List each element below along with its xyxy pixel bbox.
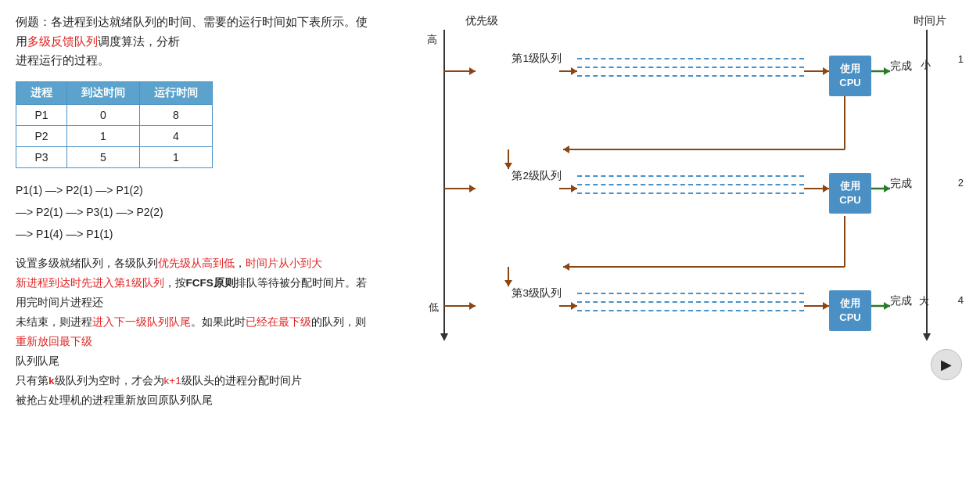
svg-marker-31 — [823, 185, 829, 192]
row1-run: 8 — [140, 104, 213, 125]
cpu-label-2: 使用CPU — [839, 180, 860, 206]
dotted-line — [577, 192, 804, 194]
high-label: 高 — [427, 33, 437, 47]
desc-line5-red: k — [48, 375, 55, 387]
row2-arrive: 1 — [67, 125, 140, 146]
schedule-sequence: P1(1) —> P2(1) —> P1(2) —> P2(1) —> P3(1… — [16, 179, 375, 245]
desc-line3-red: 进入下一级队列队尾 — [92, 316, 191, 328]
desc-line5-end: 级队头的进程分配时间片 — [181, 375, 302, 387]
desc-line5-mid: 级队列为空时，才会为 — [55, 375, 164, 387]
svg-marker-9 — [469, 302, 476, 310]
intro-text3: 进程运行的过程。 — [16, 54, 109, 67]
desc-line4: 队列队尾 — [16, 355, 59, 367]
priority-label: 优先级 — [465, 14, 498, 28]
dotted-line — [577, 67, 804, 68]
cpu-label-1: 使用CPU — [839, 63, 860, 88]
table-row: P3 5 1 — [16, 146, 213, 167]
dotted-line — [577, 293, 804, 294]
svg-marker-37 — [504, 280, 512, 286]
desc-line1-pre: 设置多级就绪队列，各级队列 — [16, 257, 158, 269]
done-text-3: 完成 — [890, 294, 912, 308]
desc-line3-red3: 重新放回最下级 — [16, 336, 92, 347]
small-label: 小 — [921, 58, 931, 72]
svg-marker-21 — [884, 302, 890, 310]
dotted-line — [577, 58, 804, 59]
main-layout: 例题：各进程到达就绪队列的时间、需要的运行时间如下表所示。使用多级反馈队列调度算… — [16, 13, 964, 411]
svg-marker-27 — [571, 302, 577, 310]
done-text-1: 完成 — [890, 59, 912, 74]
desc-line6: 被抢占处理机的进程重新放回原队列队尾 — [16, 394, 213, 406]
desc-line3: 未结束，则进程 — [16, 316, 92, 328]
queue3-label: 第3级队列 — [476, 286, 562, 300]
description-text: 设置多级就绪队列，各级队列优先级从高到低，时间片从小到大 新进程到达时先进入第1… — [16, 254, 375, 411]
cpu-label-3: 使用CPU — [839, 297, 860, 323]
svg-marker-33 — [823, 302, 829, 310]
svg-marker-15 — [563, 263, 569, 271]
row3-run: 1 — [140, 146, 213, 167]
svg-marker-1 — [440, 333, 448, 341]
desc-line5-red2: k+1 — [164, 375, 181, 387]
table-header-run: 运行时间 — [140, 81, 213, 104]
seq-line2: —> P2(1) —> P3(1) —> P2(2) — [16, 201, 375, 223]
row2-process: P2 — [16, 125, 67, 146]
time-slice-label: 时间片 — [914, 14, 946, 28]
play-button[interactable]: ▶ — [931, 349, 962, 380]
svg-marker-12 — [563, 146, 569, 153]
row1-arrive: 0 — [67, 104, 140, 125]
intro-text: 例题：各进程到达就绪队列的时间、需要的运行时间如下表所示。使用多级反馈队列调度算… — [16, 13, 375, 70]
row3-arrive: 5 — [67, 146, 140, 167]
desc-line3-end: 。如果此时 — [191, 316, 246, 328]
intro-text2: 调度算法，分析 — [98, 35, 180, 48]
ts2-label: 2 — [958, 177, 964, 189]
seq-line3: —> P1(4) —> P1(1) — [16, 223, 375, 245]
dotted-line — [577, 175, 804, 177]
process-table: 进程 到达时间 运行时间 P1 0 8 P2 1 4 P3 5 — [16, 81, 213, 168]
right-panel: 优先级 时间片 高 低 小 大 1 2 4 第1级队列 使用CPU 完成 — [375, 13, 970, 411]
svg-marker-19 — [884, 185, 890, 192]
cpu-box-1: 使用CPU — [829, 56, 871, 96]
ts1-label: 1 — [958, 53, 964, 65]
dotted-line — [577, 184, 804, 185]
ts4-label: 4 — [958, 294, 964, 306]
svg-marker-17 — [884, 67, 890, 75]
row3-process: P3 — [16, 146, 67, 167]
svg-marker-7 — [469, 185, 476, 192]
desc-line2-mid: ，按 — [164, 277, 186, 289]
desc-line3-red2: 已经在最下级 — [246, 316, 311, 328]
queue2-label: 第2级队列 — [476, 169, 562, 183]
queue2-dotted — [577, 175, 804, 194]
dotted-line — [577, 301, 804, 303]
svg-marker-29 — [823, 67, 829, 75]
row2-run: 4 — [140, 125, 213, 146]
queue1-label: 第1级队列 — [476, 52, 562, 66]
left-panel: 例题：各进程到达就绪队列的时间、需要的运行时间如下表所示。使用多级反馈队列调度算… — [16, 13, 375, 411]
desc-line2-bold: FCFS原则 — [186, 277, 235, 289]
row1-process: P1 — [16, 104, 67, 125]
svg-marker-35 — [504, 163, 512, 169]
table-row: P2 1 4 — [16, 125, 213, 146]
desc-line1-red2: 时间片从小到大 — [246, 257, 322, 269]
desc-line2-red1: 新进程到达时先进入第1级队列 — [16, 277, 164, 289]
cpu-box-2: 使用CPU — [829, 173, 871, 214]
svg-marker-3 — [923, 333, 931, 341]
dotted-line — [577, 310, 804, 311]
dotted-line — [577, 75, 804, 77]
big-label: 大 — [919, 294, 929, 308]
done-text-2: 完成 — [890, 177, 912, 191]
table-header-process: 进程 — [16, 81, 67, 104]
table-row: P1 0 8 — [16, 104, 213, 125]
queue1-dotted — [577, 58, 804, 77]
seq-line1: P1(1) —> P2(1) —> P1(2) — [16, 179, 375, 201]
diagram-area: 优先级 时间片 高 低 小 大 1 2 4 第1级队列 使用CPU 完成 — [383, 13, 970, 388]
cpu-box-3: 使用CPU — [829, 290, 871, 331]
svg-marker-5 — [469, 67, 476, 75]
desc-line1-red1: 优先级从高到低 — [158, 257, 235, 269]
low-label: 低 — [429, 300, 439, 315]
desc-line3-end2: 的队列，则 — [311, 316, 366, 328]
desc-line5-pre: 只有第 — [16, 375, 48, 387]
queue3-dotted — [577, 293, 804, 311]
table-header-arrive: 到达时间 — [67, 81, 140, 104]
svg-marker-23 — [571, 67, 577, 75]
desc-line1-mid: ， — [235, 257, 246, 269]
intro-highlight1: 多级反馈队列 — [27, 35, 98, 48]
